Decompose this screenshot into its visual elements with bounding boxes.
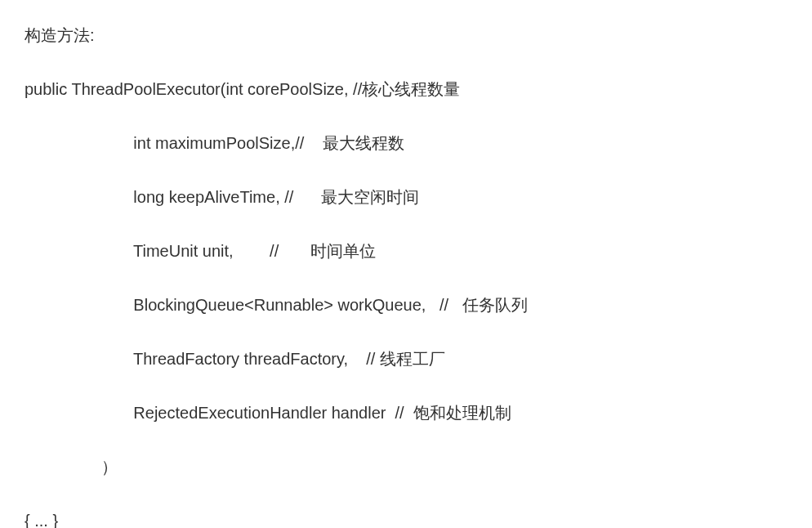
code-signature-open: public ThreadPoolExecutor(int corePoolSi… — [25, 77, 787, 101]
code-body: { ... } — [25, 508, 787, 528]
code-param-line: ThreadFactory threadFactory, // 线程工厂 — [25, 347, 787, 371]
code-param-line: BlockingQueue<Runnable> workQueue, // 任务… — [25, 293, 787, 317]
code-param-line: RejectedExecutionHandler handler // 饱和处理… — [25, 400, 787, 425]
code-close-paren: ） — [25, 454, 787, 479]
code-param-line: TimeUnit unit, // 时间单位 — [25, 239, 787, 263]
code-heading: 构造方法: — [25, 23, 787, 47]
code-param-line: long keepAliveTime, // 最大空闲时间 — [25, 185, 787, 209]
code-param-line: int maximumPoolSize,// 最大线程数 — [25, 131, 787, 155]
